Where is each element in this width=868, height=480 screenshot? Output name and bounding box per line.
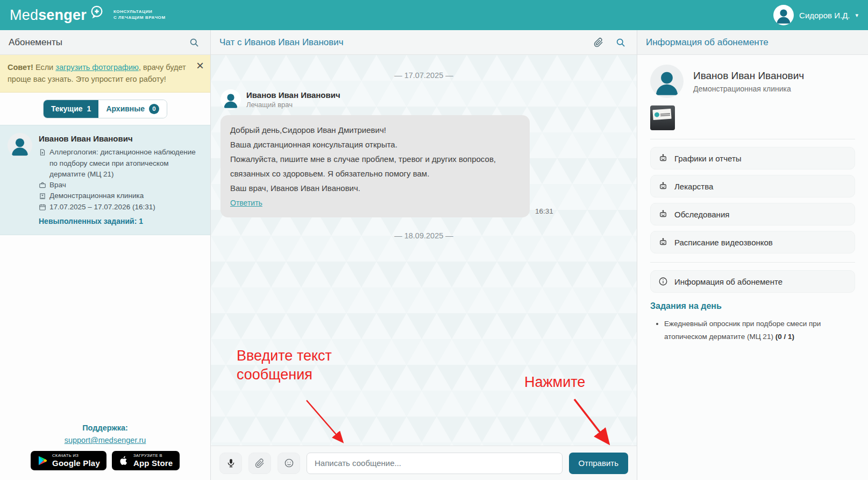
unfinished-tasks-label: Невыполненных заданий: 1: [39, 216, 202, 227]
google-play-big-text: Google Play: [52, 458, 100, 468]
info-icon: [658, 277, 668, 286]
chat-panel: Чат с Иванов Иван Иванович: [211, 30, 637, 480]
chevron-down-icon: ▾: [855, 12, 858, 19]
clinic-building-icon: [39, 192, 46, 200]
doctor-profile: Иванов Иван Иванович Демонстрационная кл…: [650, 65, 855, 98]
info-panel-title: Информация об абонементе: [646, 37, 769, 48]
reply-link[interactable]: Ответить: [230, 196, 262, 210]
subscription-info-label: Информация об абонементе: [674, 277, 782, 286]
google-play-icon: [37, 455, 48, 466]
clinic-photo-thumbnail[interactable]: [650, 105, 675, 130]
user-avatar: [773, 5, 794, 25]
main-layout: Абонементы Совет! Если загрузить фотогра…: [0, 30, 868, 480]
google-play-badge[interactable]: Скачать из Google Play: [31, 451, 106, 470]
daily-tasks-title: Задания на день: [650, 301, 855, 311]
calendar-icon: [39, 203, 46, 211]
chat-header: Чат с Иванов Иван Иванович: [211, 30, 637, 55]
robot-icon: [658, 181, 668, 191]
google-play-small-text: Скачать из: [52, 454, 100, 458]
app-store-small-text: Загрузите в: [133, 454, 173, 458]
contact-card-ivanov[interactable]: Иванов Иван Иванович Аллергология: диста…: [0, 125, 210, 235]
close-icon[interactable]: ×: [196, 59, 204, 72]
subscriptions-header: Абонементы: [0, 30, 210, 55]
tab-archive-label: Архивные: [106, 104, 145, 113]
doctor-avatar: [220, 89, 241, 110]
emoji-icon[interactable]: [278, 453, 300, 474]
message-composer: Отправить: [211, 446, 637, 480]
robot-icon: [658, 237, 668, 247]
message-bubble: Добрый день,Сидоров Иван Дмитриевич! Ваш…: [220, 115, 530, 217]
message-line: Пожалуйста, пишите мне в случае проблем,…: [230, 152, 520, 181]
message-line: Ваш врач, Иванов Иван Иванович.: [230, 181, 520, 195]
task-text: Ежедневный опросник при подборе смеси пр…: [664, 320, 821, 341]
robot-icon: [658, 153, 668, 163]
daily-tasks-list: Ежедневный опросник при подборе смеси пр…: [650, 317, 855, 343]
user-menu[interactable]: Сидоров И.Д. ▾: [773, 5, 858, 25]
tab-current-label: Текущие: [51, 104, 83, 113]
logo-tagline: КОНСУЛЬТАЦИИ С ЛЕЧАЩИМ ВРАЧОМ: [113, 9, 166, 21]
app-store-badge[interactable]: Загрузите в App Store: [112, 451, 180, 470]
subscriptions-panel: Абонементы Совет! Если загрузить фотогра…: [0, 30, 211, 480]
contact-period: 17.07.2025 – 17.07.2026 (16:31): [49, 202, 155, 213]
message-sender-row: Иванов Иван Иванович Лечащий врач: [220, 89, 627, 110]
contact-clinic: Демонстрационная клиника: [49, 190, 144, 201]
clinic-logo-dot: [654, 112, 659, 118]
apple-icon: [118, 455, 129, 466]
support-footer: Поддержка: support@medsenger.ru Скачать …: [0, 416, 210, 480]
tab-archive[interactable]: Архивные 0: [98, 100, 167, 118]
message-sender-name: Иванов Иван Иванович: [246, 90, 340, 100]
document-icon: [39, 149, 46, 156]
chat-title: Чат с Иванов Иван Иванович: [219, 37, 344, 48]
speech-bubble-plus-icon: [89, 4, 105, 20]
attach-file-icon[interactable]: [592, 36, 606, 50]
user-name: Сидоров И.Д.: [799, 11, 850, 20]
message-time: 16:31: [535, 207, 553, 217]
task-count: (0 / 1): [775, 333, 794, 341]
support-email-link[interactable]: support@medsenger.ru: [65, 436, 146, 444]
tip-bold: Совет!: [8, 63, 33, 72]
message-input[interactable]: [307, 453, 563, 474]
contact-role: Врач: [49, 180, 66, 190]
tab-current[interactable]: Текущие 1: [44, 100, 98, 118]
medsenger-logo[interactable]: Medsenger КОНСУЛЬТАЦИИ С ЛЕЧАЩИМ ВРАЧОМ: [10, 7, 166, 24]
logo-text: Medsenger: [10, 7, 87, 24]
menu-label: Графики и отчеты: [674, 154, 742, 163]
message-sender-role: Лечащий врач: [246, 101, 340, 109]
message-line: Ваша дистанционная консультация открыта.: [230, 137, 520, 152]
menu-item-video-schedule[interactable]: Расписание видеозвонков: [650, 231, 855, 253]
send-button[interactable]: Отправить: [569, 453, 628, 474]
subscription-tabs: Текущие 1 Архивные 0: [0, 93, 210, 125]
tip-text: Совет! Если загрузить фотографию, врачу …: [8, 61, 203, 86]
menu-item-medicines[interactable]: Лекарства: [650, 175, 855, 197]
date-separator-2: — 18.09.2025 —: [220, 231, 627, 240]
message-row: Добрый день,Сидоров Иван Дмитриевич! Ваш…: [220, 115, 627, 217]
tip-before-link: Если: [33, 63, 55, 72]
photo-tip-banner: Совет! Если загрузить фотографию, врачу …: [0, 55, 210, 93]
tab-archive-count-badge: 0: [149, 104, 159, 114]
robot-icon: [658, 209, 668, 219]
contact-program: Аллергология: дистанционное наблюдение п…: [49, 147, 202, 180]
app-store-big-text: App Store: [133, 458, 173, 468]
briefcase-icon: [39, 181, 46, 189]
menu-label: Расписание видеозвонков: [674, 238, 773, 247]
message-line: Добрый день,Сидоров Иван Дмитриевич!: [230, 123, 520, 137]
subscriptions-search-icon[interactable]: [187, 35, 202, 50]
microphone-icon[interactable]: [219, 453, 242, 474]
composer-attach-icon[interactable]: [248, 453, 271, 474]
subscriptions-title: Абонементы: [9, 37, 62, 48]
menu-item-charts-reports[interactable]: Графики и отчеты: [650, 147, 855, 170]
subscription-info-button[interactable]: Информация об абонементе: [650, 270, 855, 293]
contact-name: Иванов Иван Иванович: [39, 133, 202, 145]
menu-label: Лекарства: [674, 182, 713, 191]
upload-photo-link[interactable]: загрузить фотографию: [55, 63, 139, 72]
menu-label: Обследования: [674, 210, 729, 219]
doctor-profile-avatar: [650, 65, 684, 98]
subscription-info-panel: Информация об абонементе Иванов Иван Ива…: [637, 30, 868, 480]
info-panel-header: Информация об абонементе: [637, 30, 868, 55]
task-item[interactable]: Ежедневный опросник при подборе смеси пр…: [664, 317, 855, 343]
doctor-name: Иванов Иван Иванович: [693, 70, 804, 82]
chat-search-icon[interactable]: [613, 35, 628, 50]
menu-item-examinations[interactable]: Обследования: [650, 203, 855, 225]
support-label: Поддержка:: [0, 423, 210, 432]
messages-area: — 17.07.2025 — Иванов Иван Иванович Леча…: [211, 55, 637, 446]
